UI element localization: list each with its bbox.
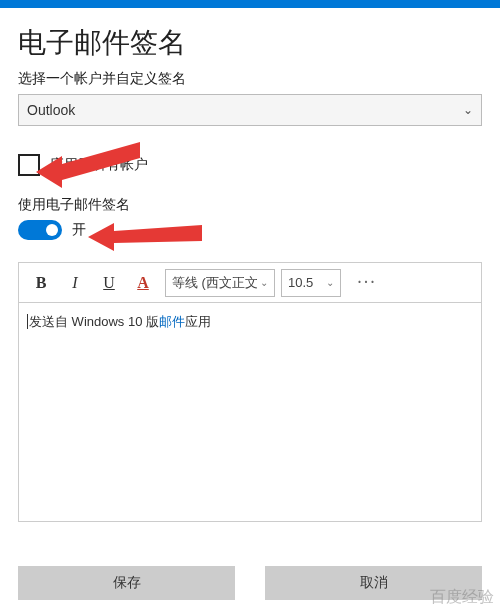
editor-textarea[interactable]: 发送自 Windows 10 版邮件应用 xyxy=(18,302,482,522)
editor-text-suffix: 应用 xyxy=(185,314,211,329)
font-color-button[interactable]: A xyxy=(127,267,159,299)
signature-toggle[interactable] xyxy=(18,220,62,240)
account-select-value: Outlook xyxy=(27,102,75,118)
signature-editor: B I U A 等线 (西文正文 ⌄ 10.5 ⌄ ··· 发送自 Window… xyxy=(18,262,482,522)
account-select[interactable]: Outlook ⌄ xyxy=(18,94,482,126)
text-cursor xyxy=(27,314,28,329)
editor-toolbar: B I U A 等线 (西文正文 ⌄ 10.5 ⌄ ··· xyxy=(18,262,482,302)
signature-toggle-state: 开 xyxy=(72,221,86,239)
dialog-buttons: 保存 取消 xyxy=(18,566,482,600)
underline-button[interactable]: U xyxy=(93,267,125,299)
toggle-knob xyxy=(46,224,58,236)
apply-all-label: 应用于所有帐户 xyxy=(50,156,148,174)
apply-all-checkbox[interactable] xyxy=(18,154,40,176)
bold-button[interactable]: B xyxy=(25,267,57,299)
save-button[interactable]: 保存 xyxy=(18,566,235,600)
editor-text-prefix: 发送自 Windows 10 版 xyxy=(29,314,159,329)
font-size-value: 10.5 xyxy=(288,275,313,290)
font-family-select[interactable]: 等线 (西文正文 ⌄ xyxy=(165,269,275,297)
window-topbar xyxy=(0,0,500,8)
apply-all-row: 应用于所有帐户 xyxy=(18,154,482,176)
font-size-select[interactable]: 10.5 ⌄ xyxy=(281,269,341,297)
editor-link[interactable]: 邮件 xyxy=(159,314,185,329)
font-family-value: 等线 (西文正文 xyxy=(172,274,258,292)
more-options-button[interactable]: ··· xyxy=(351,267,383,299)
page-subtitle: 选择一个帐户并自定义签名 xyxy=(18,70,482,88)
chevron-down-icon: ⌄ xyxy=(260,277,268,288)
italic-button[interactable]: I xyxy=(59,267,91,299)
cancel-button[interactable]: 取消 xyxy=(265,566,482,600)
chevron-down-icon: ⌄ xyxy=(326,277,334,288)
page-title: 电子邮件签名 xyxy=(18,24,482,62)
signature-section-label: 使用电子邮件签名 xyxy=(18,196,482,214)
signature-toggle-row: 开 xyxy=(18,220,482,240)
chevron-down-icon: ⌄ xyxy=(463,103,473,117)
settings-panel: 电子邮件签名 选择一个帐户并自定义签名 Outlook ⌄ 应用于所有帐户 使用… xyxy=(0,8,500,522)
